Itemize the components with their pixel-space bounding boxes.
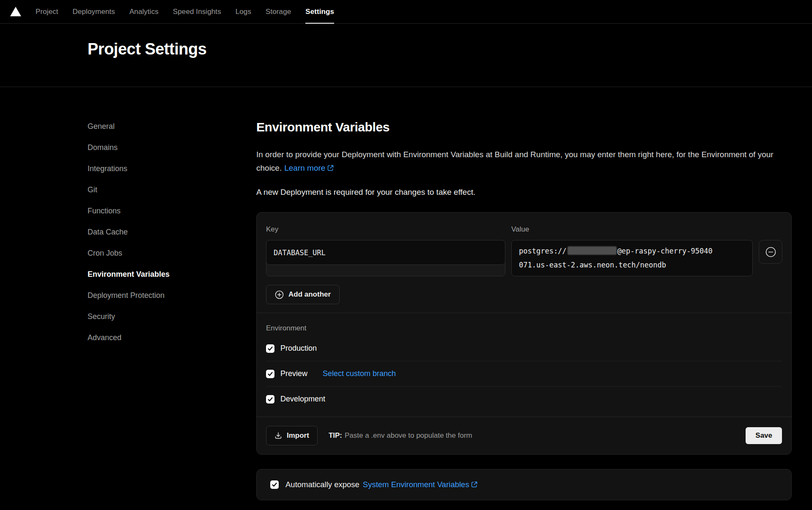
env-vars-form-card: Key Value DATABASE_URL postgres://@ep-ra…: [256, 212, 792, 455]
value-line-2: 071.us-east-2.aws.neon.tech/neondb: [519, 258, 745, 272]
sidebar-item-security[interactable]: Security: [88, 306, 256, 327]
import-button[interactable]: Import: [266, 426, 318, 445]
checkmark-icon: [267, 346, 273, 352]
sidebar-item-git[interactable]: Git: [88, 179, 256, 200]
sidebar-item-general[interactable]: General: [88, 116, 256, 137]
development-checkbox[interactable]: [266, 395, 274, 404]
sidebar-item-data-cache[interactable]: Data Cache: [88, 221, 256, 243]
key-input[interactable]: DATABASE_URL: [266, 240, 505, 265]
section-description: In order to provide your Deployment with…: [256, 148, 792, 175]
main-panel: Environment Variables In order to provid…: [256, 87, 792, 500]
tip-text: TIP:Paste a .env above to populate the f…: [329, 431, 472, 440]
external-link-icon: [471, 481, 477, 488]
environment-section: Environment Production Preview Selec: [257, 313, 791, 417]
settings-sidebar: General Domains Integrations Git Functio…: [88, 87, 256, 500]
sidebar-item-cron-jobs[interactable]: Cron Jobs: [88, 243, 256, 264]
nav-tab-deployments[interactable]: Deployments: [73, 0, 115, 23]
select-custom-branch-link[interactable]: Select custom branch: [323, 369, 396, 378]
key-input-extension[interactable]: [266, 265, 505, 276]
nav-tabs: Project Deployments Analytics Speed Insi…: [36, 0, 334, 23]
external-link-icon: [327, 165, 334, 171]
key-label: Key: [266, 225, 505, 234]
checkmark-icon: [267, 396, 273, 402]
sidebar-item-functions[interactable]: Functions: [88, 200, 256, 221]
page: Project Deployments Analytics Speed Insi…: [0, 0, 812, 510]
content-area: General Domains Integrations Git Functio…: [0, 87, 812, 500]
nav-tab-storage[interactable]: Storage: [266, 0, 291, 23]
learn-more-link[interactable]: Learn more: [284, 164, 334, 172]
environment-name: Production: [280, 344, 317, 353]
checkmark-icon: [272, 482, 277, 488]
minus-circle-icon: [765, 246, 776, 258]
hero-section: Project Settings: [0, 24, 812, 87]
top-navigation: Project Deployments Analytics Speed Insi…: [0, 0, 812, 24]
deployment-note: A new Deployment is required for your ch…: [256, 187, 792, 198]
environment-label: Environment: [266, 324, 782, 333]
remove-variable-button[interactable]: [759, 240, 782, 264]
section-heading: Environment Variables: [256, 120, 792, 134]
form-footer: Import TIP:Paste a .env above to populat…: [257, 417, 791, 454]
environment-name: Development: [280, 395, 325, 404]
page-title: Project Settings: [88, 39, 812, 59]
auto-expose-card: Automatically expose System Environment …: [256, 469, 792, 500]
sidebar-item-integrations[interactable]: Integrations: [88, 158, 256, 179]
preview-checkbox[interactable]: [266, 370, 274, 378]
value-line-1: postgres://@ep-raspy-cherry-95040: [519, 244, 745, 258]
environment-row-preview: Preview Select custom branch: [266, 361, 782, 386]
description-text: In order to provide your Deployment with…: [256, 150, 774, 172]
environment-row-production: Production: [266, 336, 782, 361]
download-icon: [274, 432, 282, 439]
sidebar-item-environment-variables[interactable]: Environment Variables: [88, 264, 256, 285]
value-input[interactable]: postgres://@ep-raspy-cherry-95040 071.us…: [511, 240, 753, 276]
nav-tab-logs[interactable]: Logs: [236, 0, 251, 23]
auto-expose-text: Automatically expose: [285, 480, 359, 489]
save-button[interactable]: Save: [746, 427, 782, 444]
production-checkbox[interactable]: [266, 344, 274, 353]
key-value-form: Key Value DATABASE_URL postgres://@ep-ra…: [257, 213, 791, 313]
key-field-group: DATABASE_URL: [266, 240, 505, 276]
nav-tab-analytics[interactable]: Analytics: [129, 0, 159, 23]
environment-name: Preview: [280, 369, 307, 378]
sidebar-item-domains[interactable]: Domains: [88, 137, 256, 158]
value-label: Value: [511, 225, 753, 234]
auto-expose-checkbox[interactable]: [270, 480, 279, 489]
sidebar-item-advanced[interactable]: Advanced: [88, 327, 256, 348]
redacted-credential: [568, 246, 617, 255]
system-env-vars-link[interactable]: System Environment Variables: [363, 480, 478, 489]
sidebar-item-deployment-protection[interactable]: Deployment Protection: [88, 285, 256, 306]
add-another-button[interactable]: Add another: [266, 285, 340, 304]
nav-tab-speed-insights[interactable]: Speed Insights: [173, 0, 221, 23]
environment-row-development: Development: [266, 387, 782, 412]
vercel-logo-icon[interactable]: [10, 0, 21, 23]
nav-tab-project[interactable]: Project: [36, 0, 58, 23]
checkmark-icon: [267, 371, 273, 377]
plus-circle-icon: [275, 290, 284, 299]
nav-tab-settings[interactable]: Settings: [305, 0, 334, 23]
